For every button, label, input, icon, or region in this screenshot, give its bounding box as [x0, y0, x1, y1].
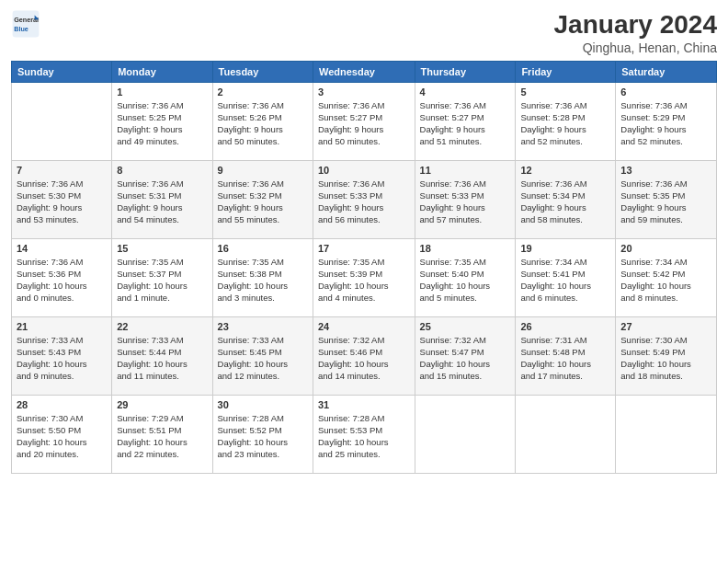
day-number: 8 [117, 165, 207, 176]
day-number: 13 [620, 165, 711, 176]
title-block: January 2024 Qinghua, Henan, China [554, 9, 717, 55]
calendar-cell: 11Sunrise: 7:36 AM Sunset: 5:33 PM Dayli… [415, 160, 516, 238]
day-info: Sunrise: 7:36 AM Sunset: 5:26 PM Dayligh… [218, 99, 308, 148]
calendar-cell [415, 395, 516, 473]
day-number: 22 [117, 321, 207, 332]
day-number: 9 [218, 165, 308, 176]
day-number: 3 [318, 86, 410, 98]
calendar-cell [616, 395, 717, 473]
day-number: 12 [520, 165, 610, 176]
day-number: 19 [520, 243, 610, 254]
calendar-header-friday: Friday [516, 61, 616, 82]
day-info: Sunrise: 7:33 AM Sunset: 5:43 PM Dayligh… [17, 334, 107, 383]
day-number: 30 [218, 399, 308, 410]
day-info: Sunrise: 7:36 AM Sunset: 5:33 PM Dayligh… [318, 178, 410, 226]
day-number: 10 [318, 165, 410, 176]
day-number: 20 [620, 243, 711, 254]
day-info: Sunrise: 7:28 AM Sunset: 5:53 PM Dayligh… [318, 412, 410, 461]
day-info: Sunrise: 7:36 AM Sunset: 5:27 PM Dayligh… [420, 99, 511, 148]
day-number: 4 [420, 86, 511, 98]
calendar-week-5: 28Sunrise: 7:30 AM Sunset: 5:50 PM Dayli… [12, 395, 717, 473]
calendar-cell: 27Sunrise: 7:30 AM Sunset: 5:49 PM Dayli… [616, 316, 717, 395]
page: General Blue January 2024 Qinghua, Henan… [0, 0, 728, 563]
day-number: 29 [117, 399, 207, 410]
calendar-cell: 6Sunrise: 7:36 AM Sunset: 5:29 PM Daylig… [616, 82, 717, 160]
calendar-cell: 24Sunrise: 7:32 AM Sunset: 5:46 PM Dayli… [313, 316, 415, 395]
calendar-cell: 3Sunrise: 7:36 AM Sunset: 5:27 PM Daylig… [313, 82, 415, 160]
calendar-table: SundayMondayTuesdayWednesdayThursdayFrid… [11, 61, 717, 474]
calendar-cell: 19Sunrise: 7:34 AM Sunset: 5:41 PM Dayli… [516, 238, 616, 316]
calendar-cell: 22Sunrise: 7:33 AM Sunset: 5:44 PM Dayli… [112, 316, 212, 395]
calendar-header-monday: Monday [112, 61, 212, 82]
day-info: Sunrise: 7:36 AM Sunset: 5:35 PM Dayligh… [620, 178, 711, 226]
day-info: Sunrise: 7:36 AM Sunset: 5:28 PM Dayligh… [520, 99, 610, 148]
day-info: Sunrise: 7:30 AM Sunset: 5:49 PM Dayligh… [620, 334, 711, 383]
calendar-header-sunday: Sunday [12, 61, 112, 82]
calendar-cell: 8Sunrise: 7:36 AM Sunset: 5:31 PM Daylig… [112, 160, 212, 238]
day-number: 17 [318, 243, 410, 254]
day-info: Sunrise: 7:28 AM Sunset: 5:52 PM Dayligh… [218, 412, 308, 461]
day-number: 18 [420, 243, 511, 254]
calendar-cell: 25Sunrise: 7:32 AM Sunset: 5:47 PM Dayli… [415, 316, 516, 395]
day-info: Sunrise: 7:36 AM Sunset: 5:33 PM Dayligh… [420, 178, 511, 226]
day-number: 23 [218, 321, 308, 332]
calendar-cell: 31Sunrise: 7:28 AM Sunset: 5:53 PM Dayli… [313, 395, 415, 473]
calendar-cell: 21Sunrise: 7:33 AM Sunset: 5:43 PM Dayli… [12, 316, 112, 395]
calendar-cell: 13Sunrise: 7:36 AM Sunset: 5:35 PM Dayli… [616, 160, 717, 238]
calendar-cell: 2Sunrise: 7:36 AM Sunset: 5:26 PM Daylig… [212, 82, 313, 160]
day-info: Sunrise: 7:30 AM Sunset: 5:50 PM Dayligh… [17, 412, 107, 461]
day-info: Sunrise: 7:34 AM Sunset: 5:42 PM Dayligh… [620, 256, 711, 304]
day-number: 16 [218, 243, 308, 254]
day-info: Sunrise: 7:36 AM Sunset: 5:36 PM Dayligh… [17, 256, 107, 304]
day-number: 25 [420, 321, 511, 332]
calendar-cell: 18Sunrise: 7:35 AM Sunset: 5:40 PM Dayli… [415, 238, 516, 316]
day-info: Sunrise: 7:34 AM Sunset: 5:41 PM Dayligh… [520, 256, 610, 304]
calendar-cell [516, 395, 616, 473]
calendar-cell: 1Sunrise: 7:36 AM Sunset: 5:25 PM Daylig… [112, 82, 212, 160]
day-info: Sunrise: 7:29 AM Sunset: 5:51 PM Dayligh… [117, 412, 207, 461]
day-info: Sunrise: 7:35 AM Sunset: 5:39 PM Dayligh… [318, 256, 410, 304]
calendar-cell: 12Sunrise: 7:36 AM Sunset: 5:34 PM Dayli… [516, 160, 616, 238]
calendar-cell: 7Sunrise: 7:36 AM Sunset: 5:30 PM Daylig… [12, 160, 112, 238]
day-number: 27 [620, 321, 711, 332]
calendar-cell [12, 82, 112, 160]
day-info: Sunrise: 7:35 AM Sunset: 5:38 PM Dayligh… [218, 256, 308, 304]
day-info: Sunrise: 7:32 AM Sunset: 5:47 PM Dayligh… [420, 334, 511, 383]
day-number: 26 [520, 321, 610, 332]
day-number: 7 [17, 165, 107, 176]
calendar-cell: 15Sunrise: 7:35 AM Sunset: 5:37 PM Dayli… [112, 238, 212, 316]
calendar-cell: 5Sunrise: 7:36 AM Sunset: 5:28 PM Daylig… [516, 82, 616, 160]
day-number: 15 [117, 243, 207, 254]
calendar-week-2: 7Sunrise: 7:36 AM Sunset: 5:30 PM Daylig… [12, 160, 717, 238]
day-number: 28 [17, 399, 107, 410]
calendar-cell: 4Sunrise: 7:36 AM Sunset: 5:27 PM Daylig… [415, 82, 516, 160]
logo: General Blue [11, 9, 40, 39]
day-info: Sunrise: 7:31 AM Sunset: 5:48 PM Dayligh… [520, 334, 610, 383]
calendar-header-tuesday: Tuesday [212, 61, 313, 82]
day-info: Sunrise: 7:36 AM Sunset: 5:30 PM Dayligh… [17, 178, 107, 226]
day-info: Sunrise: 7:35 AM Sunset: 5:37 PM Dayligh… [117, 256, 207, 304]
subtitle: Qinghua, Henan, China [554, 40, 717, 55]
logo-icon: General Blue [11, 9, 40, 39]
day-number: 24 [318, 321, 410, 332]
day-info: Sunrise: 7:36 AM Sunset: 5:25 PM Dayligh… [117, 99, 207, 148]
calendar-cell: 28Sunrise: 7:30 AM Sunset: 5:50 PM Dayli… [12, 395, 112, 473]
calendar-cell: 9Sunrise: 7:36 AM Sunset: 5:32 PM Daylig… [212, 160, 313, 238]
day-number: 5 [520, 86, 610, 98]
calendar-cell: 20Sunrise: 7:34 AM Sunset: 5:42 PM Dayli… [616, 238, 717, 316]
day-number: 1 [117, 86, 207, 98]
svg-text:Blue: Blue [14, 25, 28, 33]
calendar-header-row: SundayMondayTuesdayWednesdayThursdayFrid… [12, 61, 717, 82]
calendar-cell: 30Sunrise: 7:28 AM Sunset: 5:52 PM Dayli… [212, 395, 313, 473]
day-info: Sunrise: 7:33 AM Sunset: 5:44 PM Dayligh… [117, 334, 207, 383]
calendar-week-1: 1Sunrise: 7:36 AM Sunset: 5:25 PM Daylig… [12, 82, 717, 160]
calendar-cell: 29Sunrise: 7:29 AM Sunset: 5:51 PM Dayli… [112, 395, 212, 473]
day-info: Sunrise: 7:32 AM Sunset: 5:46 PM Dayligh… [318, 334, 410, 383]
calendar-week-4: 21Sunrise: 7:33 AM Sunset: 5:43 PM Dayli… [12, 316, 717, 395]
main-title: January 2024 [554, 9, 717, 40]
calendar-cell: 10Sunrise: 7:36 AM Sunset: 5:33 PM Dayli… [313, 160, 415, 238]
day-number: 11 [420, 165, 511, 176]
calendar-header-thursday: Thursday [415, 61, 516, 82]
day-info: Sunrise: 7:33 AM Sunset: 5:45 PM Dayligh… [218, 334, 308, 383]
day-number: 6 [620, 86, 711, 98]
